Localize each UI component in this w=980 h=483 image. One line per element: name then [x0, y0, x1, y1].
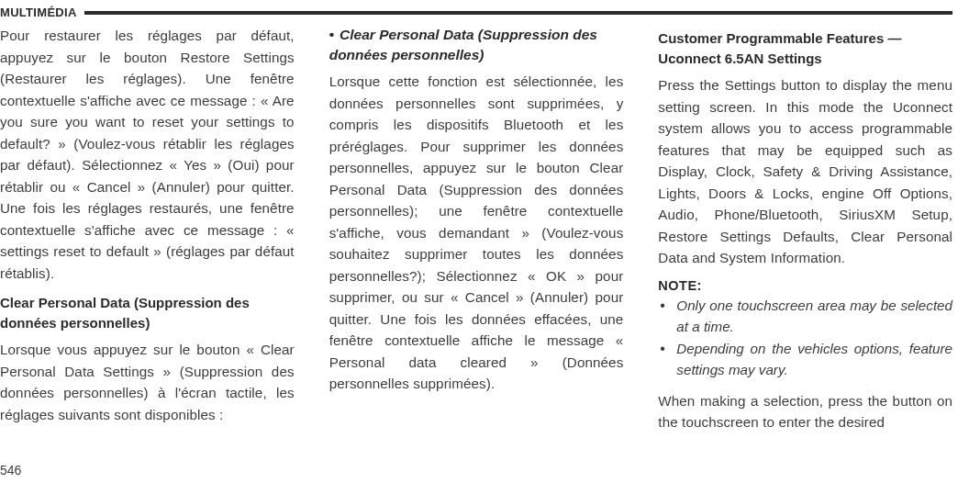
- page-container: MULTIMÉDIA Pour restaurer les réglages p…: [0, 0, 980, 483]
- text-columns: Pour restaurer les réglages par défaut, …: [0, 25, 952, 443]
- note-item: Only one touchscreen area may be selecte…: [658, 295, 952, 338]
- note-list: Only one touchscreen area may be selecte…: [658, 295, 952, 381]
- body-paragraph: Lorsque cette fonction est sélectionnée,…: [329, 71, 624, 395]
- page-number: 546: [0, 463, 21, 477]
- section-header: MULTIMÉDIA: [0, 6, 952, 19]
- column-2: •Clear Personal Data (Suppression des do…: [329, 25, 624, 443]
- body-paragraph: When making a selection, press the butto…: [658, 390, 952, 433]
- subheading-clear-personal-data: Clear Personal Data (Suppression des don…: [0, 293, 295, 333]
- bullet-heading-text: Clear Personal Data (Suppression des don…: [329, 27, 597, 62]
- subheading-customer-features: Customer Programmable Features — Uconnec…: [658, 28, 952, 69]
- column-3: Customer Programmable Features — Uconnec…: [658, 25, 952, 443]
- bullet-heading: •Clear Personal Data (Suppression des do…: [329, 25, 624, 65]
- section-title: MULTIMÉDIA: [0, 6, 84, 19]
- column-1: Pour restaurer les réglages par défaut, …: [0, 25, 295, 443]
- body-paragraph: Lorsque vous appuyez sur le bouton « Cle…: [0, 339, 295, 425]
- body-paragraph: Pour restaurer les réglages par défaut, …: [0, 25, 295, 284]
- note-item: Depending on the vehicles options, featu…: [658, 338, 952, 381]
- body-paragraph: Press the Settings button to display the…: [658, 74, 952, 269]
- header-rule: [84, 11, 952, 15]
- note-label: NOTE:: [658, 278, 952, 293]
- bullet-dot-icon: •: [329, 27, 340, 42]
